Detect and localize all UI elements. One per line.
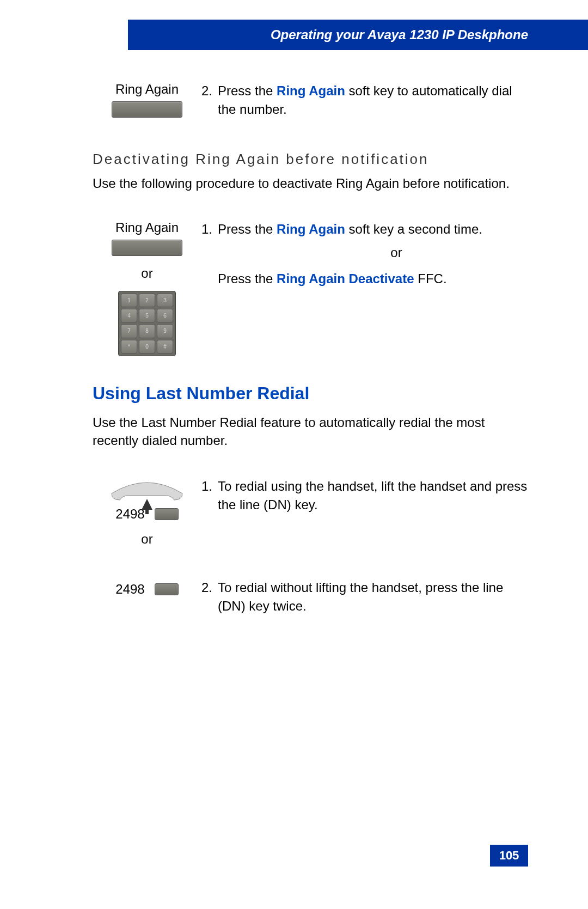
keypad-key: * [121, 340, 137, 353]
page-number: 105 [490, 845, 528, 867]
text-after: FFC. [414, 271, 447, 286]
step-text: Press the Ring Again soft key a second t… [218, 220, 482, 288]
ring-again-deactivate-term: Ring Again Deactivate [277, 271, 414, 286]
keypad-key: 0 [139, 340, 155, 353]
keypad-key: 3 [157, 294, 173, 307]
dn-label: 2498 [115, 582, 144, 597]
step-text-2: Press the Ring Again Deactivate FFC. [218, 270, 482, 288]
keypad-key: 5 [139, 309, 155, 322]
ring-again-term: Ring Again [277, 222, 345, 236]
text-before: Press the [218, 271, 277, 286]
step-text: To redial without lifting the handset, p… [218, 578, 528, 615]
section-intro-redial: Use the Last Number Redial feature to au… [93, 413, 528, 450]
step-number: 2. [201, 82, 218, 100]
section-intro-deactivating: Use the following procedure to deactivat… [93, 174, 528, 193]
keypad-key: 9 [157, 324, 173, 338]
step-ring-again-2: Ring Again 2. Press the Ring Again soft … [93, 82, 528, 118]
step-text: Press the Ring Again soft key to automat… [218, 82, 528, 118]
text-before: Press the [218, 83, 277, 98]
step-left-col: Ring Again or 1 2 3 4 5 6 7 8 9 * 0 # [93, 220, 201, 356]
step-left-col: 2498 [93, 578, 201, 597]
step-deactivate: Ring Again or 1 2 3 4 5 6 7 8 9 * 0 # 1. [93, 220, 528, 356]
step-right-col: 2. Press the Ring Again soft key to auto… [201, 82, 528, 118]
section-title-redial: Using Last Number Redial [93, 383, 528, 404]
dn-row: 2498 [115, 582, 178, 597]
section-subtitle-deactivating: Deactivating Ring Again before notificat… [93, 151, 528, 168]
step-right-col: 1. To redial using the handset, lift the… [201, 477, 528, 514]
step-left-col: 2498 or [93, 477, 201, 557]
header-title: Operating your Avaya 1230 IP Deskphone [271, 27, 528, 42]
step-number: 2. [201, 578, 218, 597]
softkey-label: Ring Again [115, 220, 179, 235]
text-before: Press the [218, 222, 277, 236]
keypad-key: 4 [121, 309, 137, 322]
keypad-key: 2 [139, 294, 155, 307]
keypad-key: 8 [139, 324, 155, 338]
page-content: Ring Again 2. Press the Ring Again soft … [93, 82, 528, 637]
step-number: 1. [201, 220, 218, 288]
handset-lift-icon [106, 477, 188, 503]
header-band: Operating your Avaya 1230 IP Deskphone [128, 20, 588, 50]
step-text: To redial using the handset, lift the ha… [218, 477, 528, 514]
keypad-key: 1 [121, 294, 137, 307]
text-after: soft key a second time. [345, 222, 482, 236]
step-redial-handset: 2498 or 1. To redial using the handset, … [93, 477, 528, 557]
step-right-col: 2. To redial without lifting the handset… [201, 578, 528, 615]
or-text-right: or [310, 243, 482, 262]
dn-key-icon [155, 583, 179, 595]
softkey-button-icon [112, 240, 182, 256]
keypad-key: # [157, 340, 173, 353]
softkey-button-icon [112, 101, 182, 118]
keypad-key: 6 [157, 309, 173, 322]
or-text: or [141, 532, 152, 547]
step-left-col: Ring Again [93, 82, 201, 118]
step-number: 1. [201, 477, 218, 496]
step-right-col: 1. Press the Ring Again soft key a secon… [201, 220, 528, 288]
or-text: or [141, 266, 152, 281]
step-redial-no-handset: 2498 2. To redial without lifting the ha… [93, 578, 528, 615]
softkey-label: Ring Again [115, 82, 179, 97]
keypad-key: 7 [121, 324, 137, 338]
keypad-icon: 1 2 3 4 5 6 7 8 9 * 0 # [118, 291, 176, 356]
page-number-value: 105 [499, 849, 519, 863]
ring-again-term: Ring Again [277, 83, 345, 98]
